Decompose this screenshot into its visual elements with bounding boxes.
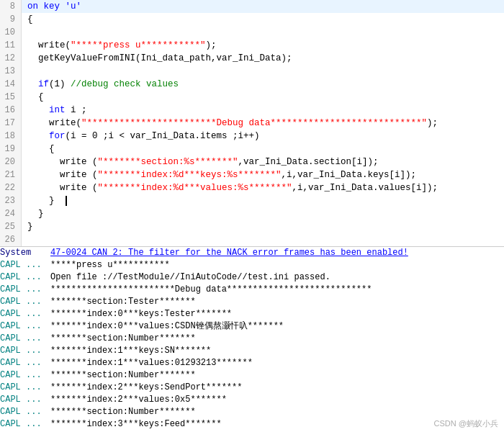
main-container: 8 on key 'u' 9 { 10 11 write("*****press… xyxy=(0,0,504,432)
line-content-17: write("************************Debug dat… xyxy=(22,117,438,130)
line-content-16: int i ; xyxy=(22,104,87,117)
code-line-16: 16 int i ; xyxy=(0,104,504,117)
console-source-11: CAPL ... xyxy=(0,382,50,394)
console-message-13: *******section:Number******* xyxy=(50,406,196,418)
line-num-25: 25 xyxy=(0,220,22,233)
console-message-7: *******section:Number******* xyxy=(50,333,196,345)
console-message-3: ************************Debug data******… xyxy=(50,284,372,296)
console-message-0: 47-0024 CAN 2: The filter for the NACK e… xyxy=(50,247,408,259)
code-line-20: 20 write ("*******section:%s*******",var… xyxy=(0,156,504,168)
console-source-9: CAPL ... xyxy=(0,357,50,369)
line-num-19: 19 xyxy=(0,143,22,156)
console-line-1: CAPL ... *****press u*********** xyxy=(0,259,504,271)
code-line-24: 24 } xyxy=(0,207,504,220)
console-source-8: CAPL ... xyxy=(0,345,50,357)
console-line-11: CAPL ... *******index:2***keys:SendPort*… xyxy=(0,382,504,394)
code-line-14: 14 if(1) //debug check values xyxy=(0,78,504,91)
console-source-13: CAPL ... xyxy=(0,406,50,418)
console-source-7: CAPL ... xyxy=(0,333,50,345)
console-message-10: *******section:Number******* xyxy=(50,369,196,382)
line-content-11: write("*****press u***********"); xyxy=(22,39,217,52)
console-message-8: *******index:1***keys:SN******* xyxy=(50,345,211,357)
console-section[interactable]: System 47-0024 CAN 2: The filter for the… xyxy=(0,247,504,432)
code-line-15: 15 { xyxy=(0,91,504,104)
console-message-5: *******index:0***keys:Tester******* xyxy=(50,308,232,320)
line-content-14: if(1) //debug check values xyxy=(22,78,179,91)
line-content-9: { xyxy=(22,13,33,26)
console-line-2: CAPL ... Open file ://TestModule//IniAut… xyxy=(0,271,504,284)
console-message-11: *******index:2***keys:SendPort******* xyxy=(50,382,242,394)
console-source-10: CAPL ... xyxy=(0,369,50,382)
console-message-6: *******index:0***values:CSDN锉偶熬灏忓叺******… xyxy=(50,320,284,333)
console-line-0: System 47-0024 CAN 2: The filter for the… xyxy=(0,247,504,259)
line-content-8: on key 'u' xyxy=(22,0,81,13)
line-num-12: 12 xyxy=(0,52,22,65)
line-num-20: 20 xyxy=(0,156,22,168)
console-line-9: CAPL ... *******index:1***values:0129321… xyxy=(0,357,504,369)
console-line-12: CAPL ... *******index:2***values:0x5****… xyxy=(0,394,504,406)
console-line-3: CAPL ... ************************Debug d… xyxy=(0,284,504,296)
line-num-26: 26 xyxy=(0,233,22,246)
console-source-3: CAPL ... xyxy=(0,284,50,296)
line-num-17: 17 xyxy=(0,117,22,130)
console-source-12: CAPL ... xyxy=(0,394,50,406)
console-message-2: Open file ://TestModule//IniAutoCode//te… xyxy=(50,271,330,284)
line-num-8: 8 xyxy=(0,0,22,13)
line-content-19: { xyxy=(22,143,55,156)
console-message-14: *******index:3***keys:Feed******* xyxy=(50,418,222,431)
code-line-25: 25 } xyxy=(0,220,504,233)
console-message-1: *****press u*********** xyxy=(50,259,170,271)
line-num-11: 11 xyxy=(0,39,22,52)
line-num-24: 24 xyxy=(0,207,22,220)
line-num-15: 15 xyxy=(0,91,22,104)
console-source-0: System xyxy=(0,247,50,259)
line-num-23: 23 xyxy=(0,194,22,207)
code-line-11: 11 write("*****press u***********"); xyxy=(0,39,504,52)
line-content-20: write ("*******section:%s*******",var_In… xyxy=(22,156,379,168)
code-line-22: 22 write ("*******index:%d***values:%s**… xyxy=(0,181,504,194)
console-line-14: CAPL ... *******index:3***keys:Feed*****… xyxy=(0,418,504,431)
code-line-12: 12 getKeyValueFromINI(Ini_data_path,var_… xyxy=(0,52,504,65)
line-content-15: { xyxy=(22,91,44,104)
code-line-10: 10 xyxy=(0,26,504,39)
console-source-6: CAPL ... xyxy=(0,320,50,333)
console-line-13: CAPL ... *******section:Number******* xyxy=(0,406,504,418)
line-content-21: write ("*******index:%d***keys:%s*******… xyxy=(22,168,416,181)
code-line-26: 26 xyxy=(0,233,504,246)
line-num-13: 13 xyxy=(0,65,22,78)
console-line-6: CAPL ... *******index:0***values:CSDN锉偶熬… xyxy=(0,320,504,333)
line-content-23: } xyxy=(22,194,67,207)
console-source-14: CAPL ... xyxy=(0,418,50,431)
console-source-5: CAPL ... xyxy=(0,308,50,320)
console-message-9: *******index:1***values:01293213******* xyxy=(50,357,253,369)
code-lines: 8 on key 'u' 9 { 10 11 write("*****press… xyxy=(0,0,504,246)
code-line-21: 21 write ("*******index:%d***keys:%s****… xyxy=(0,168,504,181)
line-num-16: 16 xyxy=(0,104,22,117)
line-num-9: 9 xyxy=(0,13,22,26)
console-line-7: CAPL ... *******section:Number******* xyxy=(0,333,504,345)
console-line-4: CAPL ... *******section:Tester******* xyxy=(0,296,504,308)
line-content-22: write ("*******index:%d***values:%s*****… xyxy=(22,181,438,194)
console-line-10: CAPL ... *******section:Number******* xyxy=(0,369,504,382)
line-content-24: } xyxy=(22,207,44,220)
console-message-12: *******index:2***values:0x5******* xyxy=(50,394,227,406)
line-content-12: getKeyValueFromINI(Ini_data_path,var_Ini… xyxy=(22,52,292,65)
line-num-22: 22 xyxy=(0,181,22,194)
line-num-14: 14 xyxy=(0,78,22,91)
watermark: CSDN @蚂蚁小兵 xyxy=(434,418,498,429)
code-line-13: 13 xyxy=(0,65,504,78)
code-line-18: 18 for(i = 0 ;i < var_Ini_Data.items ;i+… xyxy=(0,130,504,143)
line-content-25: } xyxy=(22,220,33,233)
console-message-4: *******section:Tester******* xyxy=(50,296,196,308)
line-num-18: 18 xyxy=(0,130,22,143)
console-source-4: CAPL ... xyxy=(0,296,50,308)
code-line-9: 9 { xyxy=(0,13,504,26)
console-line-8: CAPL ... *******index:1***keys:SN******* xyxy=(0,345,504,357)
code-line-17: 17 write("************************Debug … xyxy=(0,117,504,130)
console-source-1: CAPL ... xyxy=(0,259,50,271)
console-source-2: CAPL ... xyxy=(0,271,50,284)
line-num-21: 21 xyxy=(0,168,22,181)
code-line-23: 23 } xyxy=(0,194,504,207)
code-editor[interactable]: 8 on key 'u' 9 { 10 11 write("*****press… xyxy=(0,0,504,247)
console-line-5: CAPL ... *******index:0***keys:Tester***… xyxy=(0,308,504,320)
